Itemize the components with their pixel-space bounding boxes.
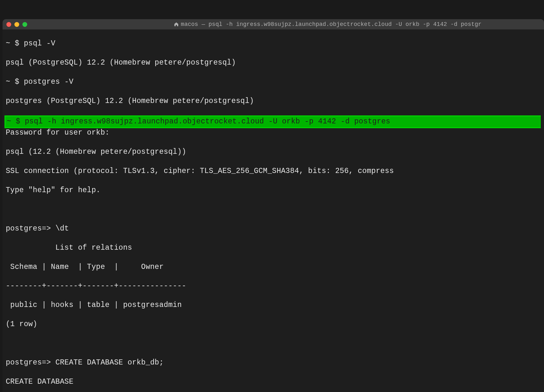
psql-prompt-line: postgres=> CREATE DATABASE orkb_db;	[6, 358, 541, 368]
output-line: SSL connection (protocol: TLSv1.3, ciphe…	[6, 167, 541, 176]
window-title-text: macos — psql -h ingress.w98sujpz.launchp…	[181, 21, 482, 27]
psql-prompt: postgres=>	[6, 358, 55, 367]
shell-prompt-line: ~ $ psql -V	[6, 39, 541, 49]
output-line: CREATE DATABASE	[6, 377, 541, 387]
blank-line	[6, 205, 541, 215]
command: \dt	[55, 224, 69, 233]
terminal-content[interactable]: ~ $ psql -V psql (PostgreSQL) 12.2 (Home…	[3, 29, 544, 392]
window-title: macos — psql -h ingress.w98sujpz.launchp…	[3, 21, 544, 27]
command: postgres -V	[24, 78, 73, 86]
output-line: List of relations	[6, 243, 541, 253]
home-icon	[174, 22, 179, 27]
command: psql -V	[24, 39, 55, 48]
highlighted-command-line: ~ $ psql -h ingress.w98sujpz.launchpad.o…	[4, 115, 541, 128]
output-line: Password for user orkb:	[6, 128, 541, 138]
table-divider: --------+-------+-------+---------------	[6, 281, 541, 291]
output-line: postgres (PostgreSQL) 12.2 (Homebrew pet…	[6, 97, 541, 106]
output-line: psql (12.2 (Homebrew petere/postgresql))	[6, 147, 541, 157]
blank-line	[6, 339, 541, 349]
command: CREATE DATABASE orkb_db;	[55, 358, 164, 367]
shell-prompt: ~ $	[6, 39, 24, 48]
output-line: Type "help" for help.	[6, 186, 541, 195]
table-row: public | hooks | table | postgresadmin	[6, 301, 541, 310]
table-header: Schema | Name | Type | Owner	[6, 263, 541, 272]
output-line: psql (PostgreSQL) 12.2 (Homebrew petere/…	[6, 58, 541, 68]
output-line: (1 row)	[6, 320, 541, 329]
shell-prompt-line: ~ $ postgres -V	[6, 77, 541, 87]
psql-prompt: postgres=>	[6, 224, 55, 233]
shell-prompt: ~ $	[6, 78, 24, 86]
psql-prompt-line: postgres=> \dt	[6, 224, 541, 234]
terminal-window: macos — psql -h ingress.w98sujpz.launchp…	[3, 19, 544, 392]
shell-prompt: ~ $	[7, 117, 25, 126]
command: psql -h ingress.w98sujpz.launchpad.objec…	[25, 117, 390, 126]
titlebar[interactable]: macos — psql -h ingress.w98sujpz.launchp…	[3, 19, 544, 29]
